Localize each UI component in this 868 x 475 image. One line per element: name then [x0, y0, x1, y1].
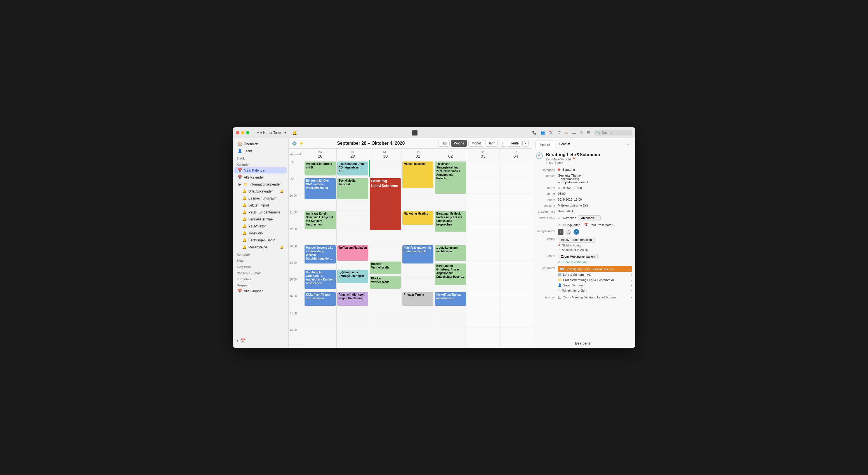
event-e1[interactable]: Produkt Einführung mit B...	[305, 162, 336, 175]
event-e20[interactable]: Beratung für Heck: finales Angebot mit E…	[435, 211, 466, 232]
event-title: Social Media Webcast	[339, 179, 367, 186]
meilensteine-icon: 🔔	[242, 245, 247, 249]
event-e2[interactable]: Beratung für Diel GbR - interne Vorbespr…	[305, 178, 336, 199]
calendar-view-icon[interactable]: 📅	[241, 338, 246, 343]
linked-icon-1: 🏢	[558, 273, 562, 276]
startet-label: startet	[535, 186, 558, 190]
event-e21[interactable]: 1 Lutz Lehmann - nachfassen	[435, 245, 466, 261]
maximize-button[interactable]	[246, 131, 249, 134]
sidebar-item-pauls[interactable]: 🔔 Pauls Kundentermine	[234, 209, 287, 215]
linked-item-4[interactable]: ✓ Teilnehmer prüfen ›	[558, 288, 632, 293]
close-button[interactable]	[236, 131, 239, 134]
sidebar-item-team[interactable]: 👤 Team	[234, 148, 287, 154]
view-jahr-button[interactable]: Jahr	[485, 140, 498, 147]
sidebar-item-paul-viktor[interactable]: 🔔 Paul&Viktor	[234, 223, 287, 229]
event-e13[interactable]: Blocker: Vertriebscalls	[370, 262, 401, 274]
sidebar-item-info-kalender[interactable]: ▶ 📁 Informationskalender	[234, 181, 287, 188]
new-event-button[interactable]: + + Neuer Termin ▾	[255, 130, 288, 136]
event-e7[interactable]: [ ]◎ Beratung Unger AG - Agenda mit Ku..…	[337, 162, 369, 175]
time-900: 9:00	[288, 177, 304, 194]
layout-icon2[interactable]: ▬	[572, 131, 576, 135]
event-e15[interactable]: Medien gestalten	[402, 162, 434, 188]
tab-aktivitat[interactable]: Aktivität	[555, 140, 574, 149]
grid-icon[interactable]: ⊞	[580, 131, 583, 135]
event-e12[interactable]: Beratung Lehr&Schramm	[370, 178, 401, 230]
event-e18[interactable]: Privater Termin	[402, 292, 434, 306]
sidebar-item-alle-kalender[interactable]: 📅 Alle Kalender	[234, 174, 287, 180]
sidebar-item-letzter[interactable]: 🔔 Letzter Import	[234, 202, 287, 208]
sidebar-item-beratungen[interactable]: 🔔 Beratungen Berlin	[234, 237, 287, 243]
linked-item-1[interactable]: 🏢 Lehr & Schramm AG ›	[558, 272, 632, 277]
edit-button[interactable]: Bearbeiten	[575, 341, 593, 345]
event-e22[interactable]: Beratung für Grünberg: finales Angebot m…	[435, 264, 466, 285]
event-e17[interactable]: Paul Präsentator mit Katharina Schulz	[402, 245, 434, 264]
sidebar-item-alle-gruppen[interactable]: 📅 Alle Gruppen	[234, 288, 287, 294]
hour-row	[304, 227, 336, 244]
sidebar-item-vertrieb[interactable]: 🔔 Vertriebstermine	[234, 216, 287, 223]
sidebar-item-besprechung[interactable]: 🔔 Besprechungsraum	[234, 195, 287, 201]
event-title: Adminsitrationszeit wegen Umplanung	[339, 293, 367, 300]
add-calendar-icon[interactable]: +	[236, 338, 239, 343]
sidebar-item-mein-kalender[interactable]: 📅 Mein Kalender	[234, 167, 287, 173]
event-e19[interactable]: Thielmann - Strategietraining 2020-2022:…	[435, 162, 466, 194]
zoom-check: ✓ In Zoom vorhanden	[558, 260, 632, 264]
linked-icon-4: ✓	[558, 289, 560, 292]
event-title: Manuel Stevens e.K. - Entwicklung Websit…	[306, 246, 335, 261]
bell-icon[interactable]: 🔔	[292, 131, 297, 135]
calendar-title: September 28 – Oktober 4, 2020	[306, 141, 436, 146]
day-col-so[interactable]	[499, 160, 532, 348]
note-row[interactable]: 📋 Zoom Meeting Beratung Lehr&Schram... ›	[558, 295, 632, 299]
event-e14[interactable]: Blocker: Vertriebscalls	[370, 276, 401, 289]
linked-item-3[interactable]: 👤 Sarah Schramm ›	[558, 282, 632, 288]
event-e5[interactable]: Beratung für Grünberg: 1. Angebot mit Ku…	[305, 270, 336, 289]
sidebar-item-meilensteine[interactable]: 🔔 Meilensteine 🔔	[234, 244, 287, 250]
event-e4[interactable]: Manuel Stevens e.K. - Entwicklung Websit…	[305, 245, 336, 264]
sidebar-item-tonstudio[interactable]: 🔔 Tonstudio	[234, 230, 287, 236]
today-button[interactable]: Heute	[507, 140, 522, 147]
integration-icon-cross[interactable]: ✛	[558, 229, 563, 235]
tab-termin[interactable]: Termin	[535, 140, 554, 149]
event-e23[interactable]: Kickoff um Thema abzustimmen	[435, 292, 466, 306]
minimize-button[interactable]	[241, 131, 244, 134]
integrationen-value: ✛ ◯ Z	[558, 229, 632, 235]
search-input[interactable]	[602, 131, 630, 135]
linked-item-2[interactable]: 📁 Prozessberatung Lehr & Schramm AG ›	[558, 277, 632, 282]
view-woche-button[interactable]: Woche	[451, 140, 467, 147]
acuity-button[interactable]: Acuity Termin erstellen	[558, 237, 595, 242]
sidebar-item-uberblick[interactable]: 🏠 Überblick	[234, 141, 287, 147]
integration-icon-blue[interactable]: Z	[574, 229, 579, 235]
day-col-mi[interactable]: Beratung Lehr&Schramm Blocker: Vertriebs…	[369, 160, 402, 348]
settings-icon[interactable]: ⚙️	[292, 141, 297, 145]
linked-arrow-0: ›	[629, 267, 630, 271]
event-e3[interactable]: Annfrage für ein Seminar: 1. Angebot mit…	[305, 211, 336, 229]
day-col-fr[interactable]: Thielmann - Strategietraining 2020-2022:…	[434, 160, 467, 348]
zoom-button[interactable]: Zoom Meeting verwalten	[558, 254, 597, 259]
event-e16[interactable]: Marketing Meeting	[402, 211, 434, 225]
layout-icon1[interactable]: ▭	[565, 131, 568, 135]
event-e8[interactable]: Social Media Webcast	[337, 178, 369, 199]
view-tag-button[interactable]: Tag	[438, 140, 450, 147]
more-options-button[interactable]: ···	[625, 140, 632, 149]
event-e6[interactable]: Kickoff um Thema abzustimmen	[305, 292, 336, 306]
next-button[interactable]: ›	[522, 140, 529, 147]
integration-icon-circle[interactable]: ◯	[566, 229, 571, 235]
day-col-do[interactable]: Medien gestalten Marketing Meeting Paul …	[402, 160, 435, 348]
view-monat-button[interactable]: Monat	[468, 140, 484, 147]
day-col-di[interactable]: [ ]◎ Beratung Unger AG - Agenda mit Ku..…	[337, 160, 369, 348]
prev-button[interactable]: ‹	[500, 140, 506, 147]
event-e9[interactable]: Treffen am Flughafen	[337, 245, 369, 261]
day-col-mo[interactable]: Produkt Einführung mit B... Beratung für…	[304, 160, 337, 348]
event-e11[interactable]: Adminsitrationszeit wegen Umplanung	[337, 292, 369, 306]
filter-icon[interactable]: ⚡	[299, 141, 304, 145]
event-title: Thielmann - Strategietraining 2020-2022:…	[436, 162, 465, 180]
event-e10[interactable]: [ ]◎ Fragen für Umfrage überlegen	[337, 270, 369, 283]
list-icon[interactable]: ☰	[587, 131, 590, 135]
day-col-sa[interactable]	[467, 160, 500, 348]
ablehnen-button[interactable]: Ablehnen ...	[578, 215, 601, 220]
event-title: Beratung für Diel GbR - interne Vorbespr…	[306, 179, 335, 190]
linked-item-0[interactable]: 📧 Bestätigung für Ihr Seminar bei uns ›	[558, 266, 632, 272]
attendee-nav-icon[interactable]: ›	[614, 223, 615, 227]
day-name-fr: Fr.	[449, 150, 453, 154]
sidebar-item-urlaub[interactable]: 🔔 Urlaubskalender 🔔	[234, 188, 287, 195]
search-box[interactable]: 🔍	[594, 130, 632, 136]
